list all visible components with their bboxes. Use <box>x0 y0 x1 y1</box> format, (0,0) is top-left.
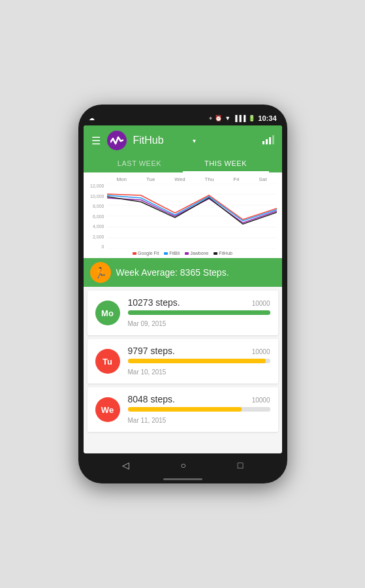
chart-day-labels: Mon Tue Wed Thu Fri Sat <box>89 176 277 182</box>
monday-steps-row: 10273 steps. 10000 <box>128 297 270 308</box>
chart-area: Mon Tue Wed Thu Fri Sat 12,000 10,000 8,… <box>84 172 282 258</box>
svg-rect-2 <box>269 137 271 144</box>
tuesday-steps: 9797 steps. <box>128 346 175 356</box>
fithub-dot <box>214 252 217 255</box>
time-display: 10:34 <box>258 114 276 122</box>
monday-avatar: Mo <box>95 301 120 325</box>
tuesday-progress-bg <box>128 359 270 363</box>
battery-icon: 🔋 <box>248 115 255 122</box>
legend-fithub: FitHub <box>214 251 232 255</box>
wednesday-info: 8048 steps. 10000 Mar 11, 2015 <box>128 394 270 425</box>
tuesday-progress-fill <box>128 359 266 363</box>
day-card-monday: Mo 10273 steps. 10000 Mar 09, 2015 <box>87 291 278 335</box>
tuesday-steps-row: 9797 steps. 10000 <box>128 346 270 356</box>
monday-steps: 10273 steps. <box>128 297 180 308</box>
home-indicator <box>163 478 202 480</box>
monday-progress-fill <box>128 310 270 315</box>
day-cards-list: Mo 10273 steps. 10000 Mar 09, 2015 Tu <box>84 287 282 453</box>
signal-bars-icon: ▐▐▐ <box>233 115 246 122</box>
day-card-tuesday: Tu 9797 steps. 10000 Mar 10, 2015 <box>87 339 278 384</box>
app-header: ☰ FitHub ▾ <box>84 125 282 155</box>
monday-date: Mar 09, 2015 <box>128 320 167 327</box>
header-signal-icon <box>262 135 274 146</box>
dropdown-icon[interactable]: ▾ <box>193 137 196 144</box>
fitbit-dot <box>164 252 168 255</box>
chart-y-axis: 12,000 10,000 8,000 6,000 4,000 2,000 0 <box>89 184 107 249</box>
wednesday-progress-bg <box>128 407 270 412</box>
runner-avatar: 🏃 <box>90 262 111 283</box>
hamburger-menu-icon[interactable]: ☰ <box>91 135 101 147</box>
chart-day-fri: Fri <box>233 176 239 182</box>
wednesday-steps: 8048 steps. <box>128 394 175 404</box>
day-card-wednesday: We 8048 steps. 10000 Mar 11, 2015 <box>87 387 278 432</box>
bluetooth-icon: ⌖ <box>209 115 212 122</box>
fitbit-label: FitBit <box>169 251 180 255</box>
alarm-icon: ⏰ <box>215 115 222 122</box>
week-avg-text: Week Average: 8365 Steps. <box>116 267 229 278</box>
monday-info: 10273 steps. 10000 Mar 09, 2015 <box>128 297 270 329</box>
monday-abbr: Mo <box>101 308 114 318</box>
chart-day-sat: Sat <box>259 176 266 182</box>
chart-container: 12,000 10,000 8,000 6,000 4,000 2,000 0 <box>89 184 277 249</box>
tuesday-info: 9797 steps. 10000 Mar 10, 2015 <box>128 346 270 377</box>
monday-progress-bg <box>128 310 270 315</box>
chart-day-thu: Thu <box>205 176 214 182</box>
chart-day-wed: Wed <box>174 176 185 182</box>
status-bar: ☁ ⌖ ⏰ ▼ ▐▐▐ 🔋 10:34 <box>84 111 282 125</box>
wifi-icon: ▼ <box>225 115 230 122</box>
svg-rect-1 <box>266 139 268 144</box>
wednesday-goal: 10000 <box>252 397 270 404</box>
chart-day-tue: Tue <box>146 176 155 182</box>
legend-googlefit: Google Fit <box>133 251 159 255</box>
notification-icon: ☁ <box>89 115 95 122</box>
tuesday-avatar: Tu <box>95 349 120 374</box>
status-right: ⌖ ⏰ ▼ ▐▐▐ 🔋 10:34 <box>209 114 276 122</box>
chart-day-mon: Mon <box>116 176 127 182</box>
wednesday-avatar: We <box>95 397 120 422</box>
phone-frame: ☁ ⌖ ⏰ ▼ ▐▐▐ 🔋 10:34 ☰ FitHub ▾ <box>78 105 287 483</box>
wednesday-steps-row: 8048 steps. 10000 <box>128 394 270 404</box>
week-tabs: LAST WEEK THIS WEEK <box>84 155 282 172</box>
recent-apps-button[interactable]: □ <box>238 460 243 470</box>
legend-jawbone: Jawbone <box>185 251 208 255</box>
tuesday-abbr: Tu <box>103 357 112 367</box>
tab-last-week[interactable]: LAST WEEK <box>97 155 183 172</box>
week-avg-banner: 🏃 Week Average: 8365 Steps. <box>84 258 282 287</box>
svg-rect-0 <box>262 141 264 144</box>
jawbone-dot <box>185 252 189 255</box>
home-button[interactable]: ○ <box>181 460 186 470</box>
tab-this-week[interactable]: THIS WEEK <box>183 155 269 172</box>
monday-goal: 10000 <box>252 300 270 307</box>
back-button[interactable]: ◁ <box>122 460 129 470</box>
wednesday-date: Mar 11, 2015 <box>128 417 167 424</box>
googlefit-label: Google Fit <box>138 251 159 255</box>
tuesday-date: Mar 10, 2015 <box>128 368 167 376</box>
chart-legend: Google Fit FitBit Jawbone FitHub <box>89 251 277 255</box>
chart-svg <box>107 184 277 249</box>
app-title: FitHub <box>133 135 187 146</box>
status-left: ☁ <box>89 115 95 122</box>
tuesday-goal: 10000 <box>252 348 270 355</box>
jawbone-label: Jawbone <box>190 251 208 255</box>
googlefit-dot <box>133 252 136 255</box>
fithub-label: FitHub <box>219 251 232 255</box>
svg-rect-3 <box>272 135 274 144</box>
phone-nav-bar: ◁ ○ □ <box>84 453 282 477</box>
wednesday-progress-fill <box>128 407 242 412</box>
wednesday-abbr: We <box>101 405 114 415</box>
app-screen: ☰ FitHub ▾ LAST WEEK THIS WEEK <box>84 125 282 453</box>
legend-fitbit: FitBit <box>164 251 180 255</box>
app-logo <box>107 131 127 150</box>
